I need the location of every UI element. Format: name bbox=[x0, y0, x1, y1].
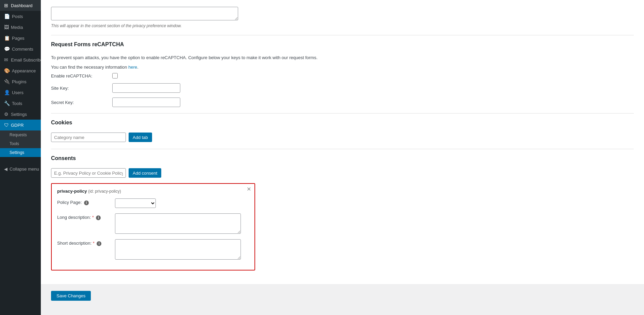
sidebar-item-email-subscribers[interactable]: ✉ Email Subscribers bbox=[0, 54, 41, 65]
site-key-input[interactable] bbox=[112, 83, 180, 93]
secret-key-label: Secret Key: bbox=[51, 100, 112, 105]
top-note: This will appear in the consent section … bbox=[51, 23, 634, 28]
sidebar-item-label: Dashboard bbox=[11, 3, 33, 8]
recaptcha-title: Request Forms reCAPTCHA bbox=[51, 41, 634, 50]
submenu-requests-label: Requests bbox=[10, 133, 27, 137]
divider-1 bbox=[51, 35, 634, 35]
recaptcha-link-row: You can find the necessary information h… bbox=[51, 64, 634, 71]
policy-page-label: Policy Page: i bbox=[57, 198, 115, 205]
media-icon: 🖼 bbox=[4, 24, 9, 30]
sidebar-item-label: Pages bbox=[12, 36, 24, 41]
email-icon: ✉ bbox=[4, 57, 9, 63]
sidebar-item-plugins[interactable]: 🔌 Plugins bbox=[0, 76, 41, 87]
save-changes-button[interactable]: Save Changes bbox=[51, 291, 91, 301]
sidebar-item-gdpr[interactable]: 🛡 GDPR bbox=[0, 120, 41, 130]
sidebar-item-dashboard[interactable]: ⊞ Dashboard bbox=[0, 0, 41, 11]
gdpr-icon: 🛡 bbox=[4, 122, 9, 128]
top-textarea[interactable] bbox=[51, 7, 238, 20]
site-key-label: Site Key: bbox=[51, 86, 112, 91]
cookies-title: Cookies bbox=[51, 120, 634, 128]
short-description-label: Short description: * i bbox=[57, 239, 115, 246]
consents-row: Add consent bbox=[51, 168, 634, 178]
long-description-textarea[interactable] bbox=[115, 213, 241, 234]
settings-icon: ⚙ bbox=[4, 111, 9, 117]
gdpr-submenu: Requests Tools Settings bbox=[0, 130, 41, 157]
tools-icon: 🔧 bbox=[4, 101, 10, 106]
gdpr-submenu-settings[interactable]: Settings bbox=[0, 148, 41, 157]
bottom-bar: Save Changes bbox=[41, 284, 644, 308]
pages-icon: 📋 bbox=[4, 35, 10, 41]
consents-title: Consents bbox=[51, 155, 634, 164]
gdpr-submenu-tools[interactable]: Tools bbox=[0, 139, 41, 148]
sidebar-item-label: Settings bbox=[11, 112, 27, 117]
recaptcha-section: Request Forms reCAPTCHA To prevent spam … bbox=[51, 41, 634, 107]
consent-close-button[interactable]: ✕ bbox=[247, 187, 251, 192]
consent-block: ✕ privacy-policy (id: privacy-policy) Po… bbox=[51, 183, 255, 270]
short-desc-info-icon: i bbox=[97, 241, 101, 246]
short-description-row: Short description: * i bbox=[57, 239, 249, 260]
sidebar-item-appearance[interactable]: 🎨 Appearance bbox=[0, 65, 41, 76]
sidebar-item-label: Users bbox=[12, 90, 23, 95]
sidebar-item-label: Media bbox=[11, 25, 23, 30]
recaptcha-description: To prevent spam attacks, you have the op… bbox=[51, 54, 634, 61]
recaptcha-here-link[interactable]: here bbox=[128, 65, 137, 70]
policy-page-row: Policy Page: i bbox=[57, 198, 249, 208]
add-consent-button[interactable]: Add consent bbox=[129, 168, 161, 178]
consent-block-name: privacy-policy bbox=[57, 189, 87, 194]
sidebar-item-label: Appearance bbox=[12, 68, 36, 73]
collapse-label: Collapse menu bbox=[10, 167, 39, 172]
sidebar-item-label: Email Subscribers bbox=[11, 57, 41, 63]
cookies-row: Add tab bbox=[51, 133, 634, 142]
divider-3 bbox=[51, 149, 634, 149]
gdpr-submenu-requests[interactable]: Requests bbox=[0, 130, 41, 139]
sidebar: ⊞ Dashboard 📄 Posts 🖼 Media 📋 Pages 💬 Co… bbox=[0, 0, 41, 315]
short-description-textarea[interactable] bbox=[115, 239, 241, 260]
policy-page-select[interactable] bbox=[115, 198, 156, 208]
secret-key-row: Secret Key: bbox=[51, 98, 634, 107]
consent-name-input[interactable] bbox=[51, 168, 126, 178]
comments-icon: 💬 bbox=[4, 46, 10, 52]
cookies-section: Cookies Add tab bbox=[51, 120, 634, 142]
submenu-tools-label: Tools bbox=[10, 141, 19, 146]
sidebar-item-settings[interactable]: ⚙ Settings bbox=[0, 109, 41, 120]
consents-section: Consents Add consent ✕ privacy-policy (i… bbox=[51, 155, 634, 270]
long-description-row: Long description: * i bbox=[57, 213, 249, 234]
collapse-icon: ◀ bbox=[4, 167, 7, 172]
sidebar-item-label: Comments bbox=[12, 47, 33, 52]
divider-2 bbox=[51, 113, 634, 113]
sidebar-item-posts[interactable]: 📄 Posts bbox=[0, 11, 41, 22]
posts-icon: 📄 bbox=[4, 14, 10, 19]
dashboard-icon: ⊞ bbox=[4, 3, 9, 8]
long-desc-required: * bbox=[91, 215, 94, 220]
submenu-settings-label: Settings bbox=[10, 150, 24, 155]
consent-block-header: privacy-policy (id: privacy-policy) bbox=[57, 189, 249, 194]
enable-recaptcha-checkbox[interactable] bbox=[112, 73, 118, 78]
sidebar-item-pages[interactable]: 📋 Pages bbox=[0, 33, 41, 43]
top-textarea-row: This will appear in the consent section … bbox=[51, 7, 634, 28]
sidebar-item-label: Posts bbox=[12, 14, 23, 19]
sidebar-item-media[interactable]: 🖼 Media bbox=[0, 22, 41, 33]
collapse-menu-btn[interactable]: ◀ Collapse menu bbox=[0, 164, 41, 174]
sidebar-item-comments[interactable]: 💬 Comments bbox=[0, 43, 41, 54]
plugins-icon: 🔌 bbox=[4, 79, 10, 84]
add-tab-button[interactable]: Add tab bbox=[129, 133, 152, 142]
short-desc-required: * bbox=[92, 241, 95, 246]
enable-recaptcha-label: Enable reCAPTCHA: bbox=[51, 73, 112, 78]
category-name-input[interactable] bbox=[51, 133, 126, 142]
long-desc-info-icon: i bbox=[96, 215, 101, 220]
secret-key-input[interactable] bbox=[112, 98, 180, 107]
long-description-label: Long description: * i bbox=[57, 213, 115, 220]
users-icon: 👤 bbox=[4, 90, 10, 95]
main-content: This will appear in the consent section … bbox=[41, 0, 644, 315]
appearance-icon: 🎨 bbox=[4, 68, 10, 73]
sidebar-item-label: Plugins bbox=[12, 79, 27, 84]
sidebar-item-tools[interactable]: 🔧 Tools bbox=[0, 98, 41, 109]
site-key-row: Site Key: bbox=[51, 83, 634, 93]
sidebar-item-users[interactable]: 👤 Users bbox=[0, 87, 41, 98]
content-wrap: This will appear in the consent section … bbox=[41, 0, 644, 284]
sidebar-item-label: GDPR bbox=[11, 123, 24, 128]
consent-block-id: (id: privacy-policy) bbox=[88, 189, 121, 194]
sidebar-item-label: Tools bbox=[12, 101, 22, 106]
enable-recaptcha-row: Enable reCAPTCHA: bbox=[51, 73, 634, 78]
policy-page-info-icon: i bbox=[84, 200, 89, 205]
